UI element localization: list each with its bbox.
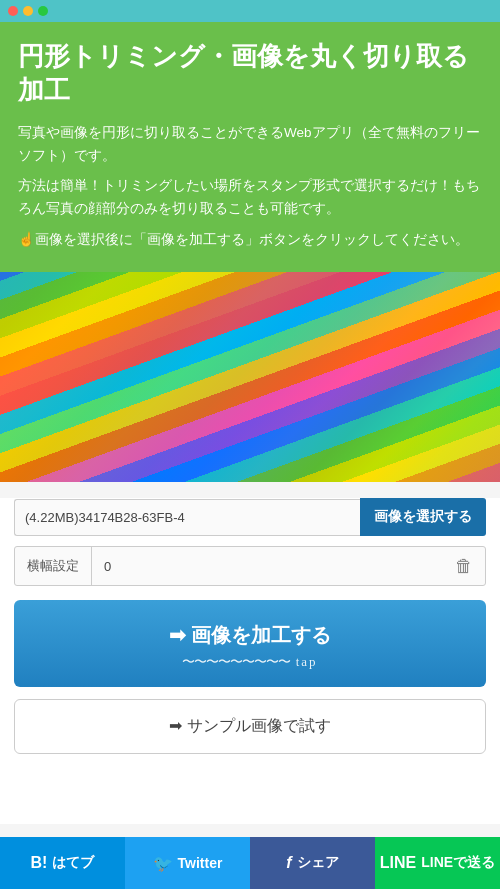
file-name-display: (4.22MB)34174B28-63FB-4: [14, 499, 360, 536]
share-line-button[interactable]: LINE LINEで送る: [375, 837, 500, 889]
page-title: 円形トリミング・画像を丸く切り取る加工: [18, 40, 482, 108]
process-button[interactable]: ➡ 画像を加工する 〜〜〜〜〜〜〜〜〜 tap: [14, 600, 486, 687]
width-input[interactable]: [92, 549, 443, 584]
hatena-icon: B!: [31, 854, 48, 872]
process-icon: ➡: [169, 624, 186, 646]
maximize-dot: [38, 6, 48, 16]
window-controls: [8, 6, 48, 16]
share-twitter-button[interactable]: 🐦 Twitter: [125, 837, 250, 889]
header-desc3: ☝画像を選択後に「画像を加工する」ボタンをクリックしてください。: [18, 229, 482, 252]
image-preview: [0, 272, 500, 482]
header-desc2: 方法は簡単！トリミングしたい場所をスタンプ形式で選択するだけ！もちろん写真の顔部…: [18, 175, 482, 221]
share-facebook-button[interactable]: f シェア: [250, 837, 375, 889]
close-dot: [8, 6, 18, 16]
tap-hint: 〜〜〜〜〜〜〜〜〜 tap: [14, 653, 486, 671]
sample-label: サンプル画像で試す: [182, 717, 330, 734]
hatena-label: はてブ: [52, 854, 94, 872]
width-label: 横幅設定: [15, 547, 92, 585]
width-row: 横幅設定 🗑: [14, 546, 486, 586]
process-label: 画像を加工する: [186, 624, 332, 646]
twitter-label: Twitter: [178, 855, 223, 871]
facebook-icon: f: [286, 854, 291, 872]
line-icon: LINE: [380, 854, 416, 872]
facebook-label: シェア: [297, 854, 339, 872]
wavy-line: 〜〜〜〜〜〜〜〜〜: [182, 653, 290, 671]
header-section: 円形トリミング・画像を丸く切り取る加工 写真や画像を円形に切り取ることができるW…: [0, 22, 500, 272]
clear-button[interactable]: 🗑: [443, 548, 485, 585]
file-row: (4.22MB)34174B28-63FB-4 画像を選択する: [14, 498, 486, 536]
sample-icon: ➡: [169, 717, 182, 734]
share-bar: B! はてブ 🐦 Twitter f シェア LINE LINEで送る: [0, 837, 500, 889]
tap-label: tap: [296, 654, 318, 669]
line-label: LINEで送る: [421, 854, 495, 872]
share-hatena-button[interactable]: B! はてブ: [0, 837, 125, 889]
minimize-dot: [23, 6, 33, 16]
twitter-icon: 🐦: [153, 854, 173, 873]
main-content: (4.22MB)34174B28-63FB-4 画像を選択する 横幅設定 🗑 ➡…: [0, 498, 500, 824]
top-bar: [0, 0, 500, 22]
header-desc1: 写真や画像を円形に切り取ることができるWebアプリ（全て無料のフリーソフト）です…: [18, 122, 482, 168]
select-image-button[interactable]: 画像を選択する: [360, 498, 486, 536]
sample-button[interactable]: ➡ サンプル画像で試す: [14, 699, 486, 754]
